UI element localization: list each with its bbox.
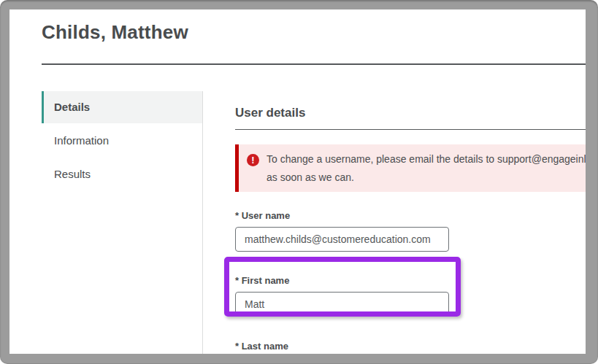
first-name-label: * First name [235, 275, 586, 286]
first-name-field-group: * First name [235, 275, 586, 317]
username-label: * User name [235, 210, 586, 221]
main-content: User details ! To change a username, ple… [235, 91, 586, 354]
last-name-field-group: * Last name [235, 341, 586, 354]
sidebar: Details Information Results [42, 91, 202, 190]
sidebar-item-label: Information [54, 134, 109, 147]
sidebar-item-information[interactable]: Information [42, 125, 202, 157]
screenshot-frame: Childs, Matthew Details Information Resu… [0, 0, 598, 364]
first-name-input[interactable] [235, 292, 449, 317]
alert-line-1: To change a username, please email the d… [267, 153, 586, 165]
sidebar-divider [202, 91, 203, 354]
sidebar-item-results[interactable]: Results [42, 158, 202, 190]
sidebar-item-label: Results [54, 168, 91, 180]
sidebar-item-label: Details [54, 101, 90, 113]
username-change-alert: ! To change a username, please email the… [235, 144, 586, 192]
alert-line-2: as soon as we can. [267, 171, 586, 183]
username-field-group: * User name [235, 210, 586, 252]
page-title: Childs, Matthew [42, 21, 188, 44]
user-edit-page: Childs, Matthew Details Information Resu… [9, 9, 586, 354]
sidebar-item-details[interactable]: Details [42, 91, 202, 123]
section-divider [235, 129, 586, 130]
section-title: User details [235, 106, 586, 120]
last-name-label: * Last name [235, 341, 586, 352]
title-divider [42, 63, 586, 65]
error-icon: ! [247, 154, 259, 166]
alert-text: To change a username, please email the d… [267, 153, 586, 183]
username-input[interactable] [235, 227, 449, 252]
